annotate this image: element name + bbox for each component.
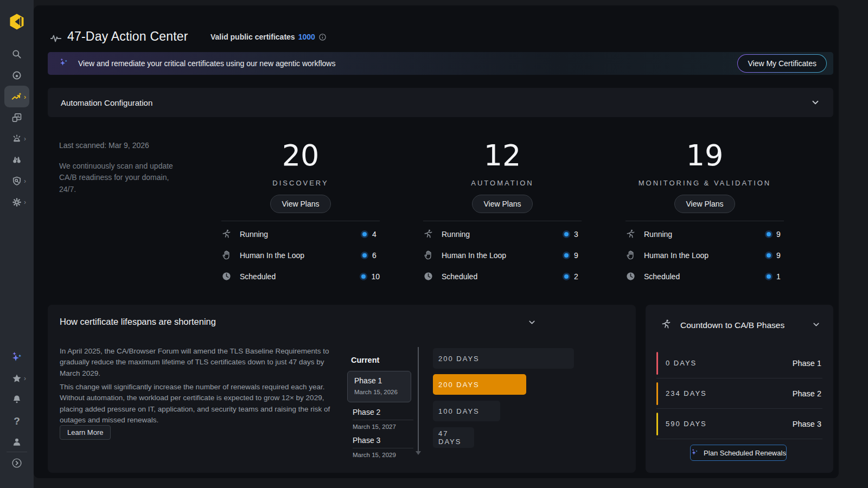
lifespan-bar-phase3[interactable]: 47 DAYS bbox=[433, 427, 474, 448]
inspector-shield-icon[interactable]: › bbox=[0, 176, 34, 187]
runner-icon bbox=[221, 229, 233, 239]
status-dot bbox=[362, 232, 367, 236]
automation-nav-icon[interactable]: › bbox=[0, 91, 34, 103]
chevron-down-icon[interactable] bbox=[810, 98, 820, 107]
chevron-down-icon[interactable] bbox=[812, 320, 821, 331]
stat-count: 20 bbox=[221, 141, 380, 170]
row-value: 9 bbox=[776, 251, 784, 260]
chevron-down-icon[interactable] bbox=[527, 318, 537, 329]
view-plans-button[interactable]: View Plans bbox=[270, 195, 330, 213]
scan-description: We continuously scan and update CA/B rea… bbox=[59, 160, 174, 196]
sidebar-divider bbox=[7, 452, 27, 452]
settings-gear-icon[interactable]: › bbox=[0, 197, 34, 208]
phase-color-bar bbox=[656, 413, 658, 435]
stat-column-monitoring: 19 MONITORING & VALIDATION View Plans Ru… bbox=[626, 141, 784, 287]
chevron-right-icon: › bbox=[24, 93, 26, 101]
page-title: 47-Day Action Center bbox=[67, 29, 188, 44]
status-dot bbox=[564, 232, 569, 236]
row-label: Scheduled bbox=[644, 272, 680, 281]
row-label: Running bbox=[644, 230, 672, 239]
status-dot bbox=[767, 232, 771, 236]
lifespan-bar-phase2[interactable]: 100 DAYS bbox=[433, 401, 500, 421]
plan-scheduled-renewals-button[interactable]: Plan Scheduled Renewals bbox=[690, 445, 787, 461]
lifespans-paragraph-1: In April 2025, the CA/Browser Forum will… bbox=[60, 346, 340, 379]
discovery-binoculars-icon[interactable] bbox=[0, 155, 34, 165]
countdown-row-phase1: 0 DAYS Phase 1 bbox=[656, 348, 822, 378]
row-value: 9 bbox=[776, 230, 784, 239]
countdown-panel: Countdown to CA/B Phases 0 DAYS Phase 1 … bbox=[646, 305, 833, 473]
valid-certs-summary: Valid public certificates 1000 bbox=[210, 33, 327, 41]
stat-column-automation: 12 AUTOMATION View Plans Running 3 Human… bbox=[423, 141, 582, 287]
reports-icon[interactable] bbox=[0, 112, 34, 123]
hand-icon bbox=[221, 250, 233, 260]
stat-column-discovery: 20 DISCOVERY View Plans Running 4 Human … bbox=[221, 141, 380, 287]
phase-color-bar bbox=[656, 352, 658, 375]
banner-message: View and remediate your critical certifi… bbox=[78, 59, 335, 68]
chevron-right-icon: › bbox=[24, 135, 26, 143]
view-my-certificates-button[interactable]: View My Certificates bbox=[737, 54, 827, 73]
row-label: Human In the Loop bbox=[240, 251, 304, 260]
scheduled-row: Scheduled 2 bbox=[423, 266, 582, 287]
last-scanned-text: Last scanned: Mar 9, 2026 bbox=[59, 140, 174, 152]
status-dot bbox=[564, 253, 569, 258]
notifications-bell-icon[interactable] bbox=[0, 394, 34, 405]
running-row: Running 4 bbox=[221, 223, 380, 245]
clock-icon bbox=[221, 271, 233, 281]
lifespan-bar-phase1-selected[interactable]: 200 DAYS bbox=[433, 374, 526, 395]
human-in-loop-row: Human In the Loop 9 bbox=[626, 245, 784, 266]
status-dot bbox=[767, 274, 771, 279]
alerts-siren-icon[interactable]: › bbox=[0, 133, 34, 144]
status-dot bbox=[361, 274, 366, 279]
lifespan-bar-current[interactable]: 200 DAYS bbox=[433, 348, 574, 369]
current-phase-label: Current bbox=[351, 356, 379, 364]
stat-count: 19 bbox=[626, 141, 784, 170]
search-icon[interactable] bbox=[0, 49, 34, 60]
account-user-icon[interactable] bbox=[0, 436, 34, 447]
row-label: Running bbox=[240, 230, 268, 239]
chevron-right-icon: › bbox=[24, 198, 26, 206]
ai-sparkles-icon[interactable] bbox=[0, 350, 34, 363]
countdown-title: Countdown to CA/B Phases bbox=[680, 320, 784, 330]
human-in-loop-row: Human In the Loop 6 bbox=[221, 245, 380, 266]
clock-icon bbox=[423, 271, 435, 281]
scan-note: Last scanned: Mar 9, 2026 We continuousl… bbox=[59, 140, 174, 196]
hand-icon bbox=[423, 250, 435, 260]
row-label: Human In the Loop bbox=[644, 251, 709, 260]
runner-icon bbox=[661, 319, 672, 332]
automation-config-header[interactable]: Automation Configuration bbox=[48, 88, 833, 117]
runner-icon bbox=[423, 229, 435, 239]
view-plans-button[interactable]: View Plans bbox=[472, 195, 532, 213]
expand-sidebar-button[interactable] bbox=[0, 457, 34, 469]
stat-label: DISCOVERY bbox=[221, 179, 380, 187]
row-value: 9 bbox=[574, 251, 582, 260]
chevron-right-icon: › bbox=[24, 177, 26, 185]
row-label: Running bbox=[442, 230, 470, 239]
learn-more-button[interactable]: Learn More bbox=[60, 425, 111, 440]
valid-certs-count-link[interactable]: 1000 bbox=[298, 33, 315, 41]
row-value: 2 bbox=[574, 272, 582, 281]
row-value: 3 bbox=[574, 230, 582, 239]
sidebar: › › › › › bbox=[0, 0, 34, 488]
row-value: 4 bbox=[372, 230, 380, 239]
phase-2-item[interactable]: Phase 2 March 15, 2027 bbox=[353, 408, 413, 430]
favorites-star-icon[interactable]: › bbox=[0, 373, 34, 384]
lifespans-paragraph-2: This change will significantly increase … bbox=[60, 382, 340, 426]
automation-config-title: Automation Configuration bbox=[61, 98, 152, 107]
phase-1-card[interactable]: Phase 1 March 15, 2026 bbox=[347, 371, 411, 402]
view-plans-button[interactable]: View Plans bbox=[674, 195, 735, 213]
monitor-target-icon[interactable] bbox=[0, 70, 34, 81]
agentic-workflows-banner: View and remediate your critical certifi… bbox=[48, 52, 833, 75]
stat-label: MONITORING & VALIDATION bbox=[626, 179, 784, 187]
countdown-row-phase3: 590 DAYS Phase 3 bbox=[656, 409, 822, 439]
info-icon[interactable] bbox=[318, 33, 327, 41]
running-row: Running 3 bbox=[423, 223, 582, 245]
countdown-row-phase2: 234 DAYS Phase 2 bbox=[656, 378, 822, 409]
help-icon[interactable]: ? bbox=[0, 415, 34, 427]
status-dot bbox=[564, 274, 569, 279]
brand-logo-icon[interactable] bbox=[0, 12, 34, 31]
phase-color-bar bbox=[656, 382, 658, 405]
row-label: Human In the Loop bbox=[442, 251, 506, 260]
stat-count: 12 bbox=[423, 141, 582, 170]
chevron-right-icon: › bbox=[24, 375, 26, 382]
phase-3-item[interactable]: Phase 3 March 15, 2029 bbox=[353, 436, 413, 458]
